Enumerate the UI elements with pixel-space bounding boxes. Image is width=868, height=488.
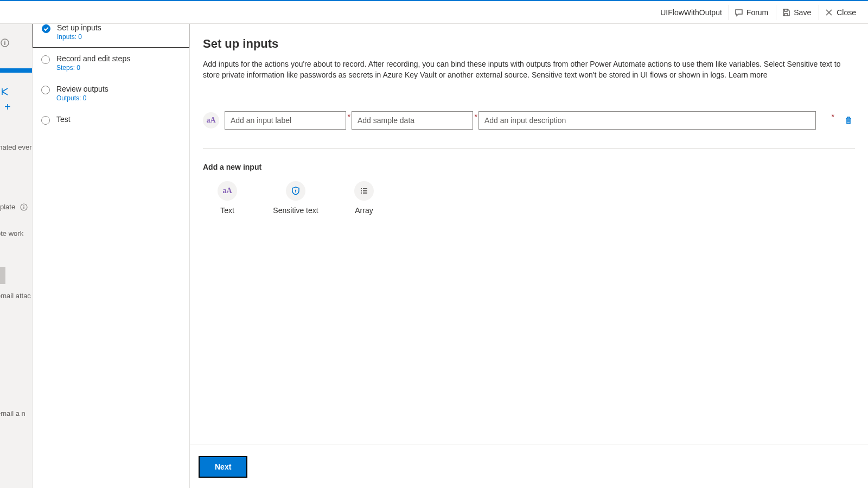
- input-description-field[interactable]: Add an input description: [478, 111, 816, 130]
- svg-point-4: [23, 206, 24, 207]
- close-icon: [825, 8, 833, 17]
- footer-bar: Next: [190, 445, 868, 488]
- forum-label: Forum: [746, 8, 768, 17]
- close-button[interactable]: Close: [819, 5, 861, 20]
- svg-rect-8: [361, 188, 362, 189]
- save-label: Save: [794, 8, 811, 17]
- step-subtitle: Steps: 0: [56, 64, 130, 72]
- wizard-step-record[interactable]: Record and edit steps Steps: 0: [33, 48, 189, 78]
- placeholder-text: Add sample data: [358, 116, 414, 125]
- add-new-input-heading: Add a new input: [203, 163, 855, 171]
- page-title: Set up inputs: [203, 37, 855, 51]
- wizard-step-test[interactable]: Test: [33, 108, 189, 131]
- bg-text-3: ote work: [0, 229, 23, 237]
- delete-input-button[interactable]: [842, 114, 855, 127]
- wizard-steps-panel: Set up inputs Inputs: 0 Record and edit …: [33, 16, 190, 488]
- required-asterisk: *: [832, 112, 834, 121]
- input-type-array[interactable]: Array: [340, 181, 388, 215]
- svg-rect-2: [4, 42, 5, 45]
- save-button[interactable]: Save: [776, 5, 816, 20]
- circle-icon: [41, 55, 50, 64]
- svg-rect-7: [295, 191, 296, 192]
- svg-rect-5: [23, 207, 24, 209]
- branch-icon: [0, 87, 10, 97]
- background-left-panel: ake a fl + gnated even plate ote work em…: [0, 0, 33, 488]
- required-asterisk: *: [475, 112, 477, 121]
- bg-text-1: gnated even: [0, 143, 33, 151]
- bg-text-2: plate: [0, 203, 15, 211]
- header-bar: UIFlowWithOutput Forum Save Close: [0, 0, 868, 24]
- input-type-text[interactable]: aA Text: [203, 181, 252, 215]
- input-type-options: aA Text Sensitive text Array: [203, 181, 855, 215]
- forum-button[interactable]: Forum: [729, 5, 774, 20]
- plus-icon: +: [4, 101, 11, 113]
- text-icon: aA: [206, 116, 215, 125]
- step-subtitle: Outputs: 0: [56, 94, 108, 102]
- trash-icon: [844, 116, 853, 125]
- text-icon: aA: [218, 181, 237, 201]
- bg-accent-bar: [0, 68, 33, 73]
- save-icon: [782, 8, 790, 17]
- shield-icon: [286, 181, 305, 201]
- sample-data-field[interactable]: Add sample data: [352, 111, 473, 130]
- step-subtitle: Inputs: 0: [57, 33, 101, 41]
- type-label: Text: [220, 206, 234, 215]
- input-label-field[interactable]: Add an input label: [225, 111, 346, 130]
- svg-rect-9: [363, 188, 367, 189]
- info-icon: [20, 203, 28, 211]
- step-title: Set up inputs: [57, 23, 101, 32]
- bg-text-4: email attac: [0, 292, 31, 300]
- list-icon: [354, 181, 374, 201]
- svg-point-1: [4, 41, 5, 42]
- text-type-badge: aA: [203, 112, 219, 129]
- input-row: aA Add an input label * Add sample data …: [203, 111, 855, 149]
- flow-name-label: UIFlowWithOutput: [660, 8, 722, 17]
- learn-more-link[interactable]: Learn more: [729, 70, 768, 79]
- required-asterisk: *: [348, 112, 350, 121]
- placeholder-text: Add an input label: [231, 116, 291, 125]
- svg-rect-12: [361, 192, 362, 194]
- add-new-input-section: Add a new input aA Text Sensitive text A…: [203, 163, 855, 215]
- step-title: Record and edit steps: [56, 54, 130, 63]
- svg-rect-11: [363, 190, 367, 191]
- main-content: Set up inputs Add inputs for the actions…: [190, 24, 868, 488]
- placeholder-text: Add an input description: [484, 116, 566, 125]
- type-label: Array: [355, 206, 373, 215]
- next-button[interactable]: Next: [199, 456, 247, 478]
- circle-icon: [41, 116, 50, 125]
- check-icon: [42, 24, 50, 33]
- circle-icon: [41, 86, 50, 94]
- svg-rect-10: [361, 190, 362, 191]
- comment-icon: [735, 8, 743, 17]
- input-type-sensitive[interactable]: Sensitive text: [271, 181, 320, 215]
- info-icon: [0, 38, 10, 48]
- bg-text-5: email a n: [0, 409, 25, 418]
- wizard-step-outputs[interactable]: Review outputs Outputs: 0: [33, 78, 189, 108]
- step-title: Review outputs: [56, 85, 108, 93]
- close-label: Close: [837, 8, 856, 17]
- page-description: Add inputs for the actions you're about …: [203, 59, 855, 81]
- type-label: Sensitive text: [273, 206, 318, 215]
- bg-block: [0, 267, 5, 284]
- svg-point-6: [295, 189, 296, 190]
- step-title: Test: [56, 115, 71, 124]
- svg-rect-13: [363, 192, 367, 194]
